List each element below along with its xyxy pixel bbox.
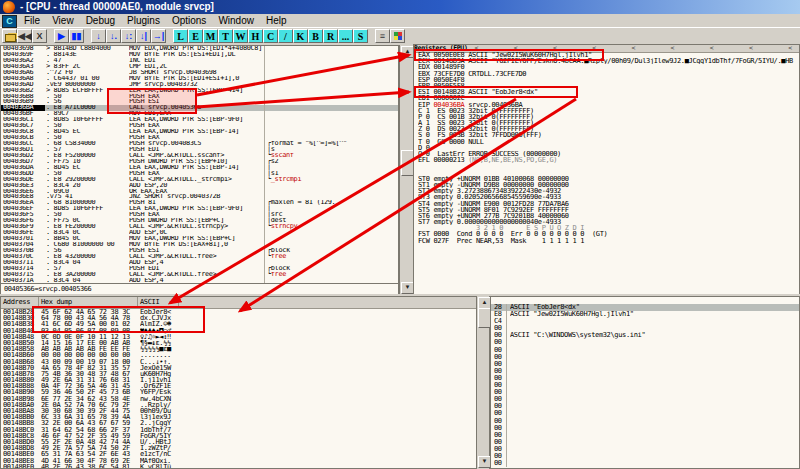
menu-view[interactable]: View	[46, 14, 80, 27]
hex-dump-pane[interactable]: Address Hex dump ASCII 00148B2845 6F 62 …	[0, 296, 477, 469]
animate-into-button[interactable]: ↓:	[121, 29, 136, 43]
stack-row[interactable]: 00	[491, 389, 799, 396]
view-windows-button[interactable]: W	[233, 29, 248, 43]
menu-file[interactable]: File	[18, 14, 46, 27]
view-executables-button[interactable]: E	[188, 29, 203, 43]
dump-column-headers: Address Hex dump ASCII	[1, 297, 476, 309]
toolbar-gap[interactable]	[84, 29, 91, 43]
cpu-window-icon[interactable]: C	[2, 15, 17, 28]
execute-till-return-button[interactable]: →|	[151, 29, 166, 43]
dump-row[interactable]: 00148BF04B 2E 76 43 38 6C 54 81K.vC8lTü	[1, 464, 476, 469]
menu-help[interactable]: Help	[260, 14, 293, 27]
pause-button[interactable]: ▮▮	[69, 29, 84, 43]
stack-row[interactable]: 00	[491, 446, 799, 453]
view-threads-button[interactable]: T	[218, 29, 233, 43]
registers-pane[interactable]: Registers (FPU) < < < < < < < < < EAX 00…	[413, 44, 800, 295]
stack-rows: 28ASCII "EobJer8<dx" E8ASCII "Jew02I5WuK…	[491, 304, 799, 467]
stack-row[interactable]: 28ASCII "EobJer8<dx"	[491, 304, 799, 311]
dump-header-address[interactable]: Address	[3, 297, 30, 307]
stack-row[interactable]: 00	[491, 460, 799, 467]
pane-header-marks: < < < < < < < < <	[475, 44, 792, 52]
toolbar: ◀◀X▶▮▮↓↓.↓:↓|→|LEMTWHC/KBR...S≡	[0, 28, 800, 45]
stack-row[interactable]: 00	[491, 432, 799, 439]
stack-row[interactable]: 00	[491, 418, 799, 425]
view-cpu-button[interactable]: C	[263, 29, 278, 43]
disassembly-pane[interactable]: 00403698 > 8B14BD C8804000 MOV EDX,DWORD…	[0, 45, 399, 284]
step-into-button[interactable]: ↓	[91, 29, 106, 43]
stack-row[interactable]: 00ASCII "C:\WINDOWS\system32\gus.ini"	[491, 332, 799, 339]
toolbar-gap[interactable]	[368, 29, 375, 43]
dump-rows: 00148B2845 6F 62 4A 65 72 38 3CEobJer8< …	[1, 309, 476, 469]
register-row[interactable]: ECX 00148B3A ASCII "Y62PIEY6FP/EsknO.4bC…	[418, 58, 799, 64]
stack-row[interactable]: 00	[491, 403, 799, 410]
stack-row[interactable]: 00	[491, 439, 799, 446]
view-log-button[interactable]: L	[173, 29, 188, 43]
menu-window[interactable]: Window	[212, 14, 260, 27]
menu-bar: C FileViewDebugPluginsOptionsWindowHelp	[0, 14, 800, 28]
ollydbg-icon	[3, 1, 15, 13]
view-run-trace-button[interactable]: ...	[338, 29, 353, 43]
stack-row[interactable]: 00	[491, 410, 799, 417]
stack-row[interactable]: E8ASCII "Jew02I5WuK60H7Hgl.jIlvh1"	[491, 311, 799, 318]
stack-row[interactable]: 00	[491, 339, 799, 346]
appearance-button[interactable]	[390, 29, 405, 43]
stack-row[interactable]: 00	[491, 425, 799, 432]
view-handles-button[interactable]: H	[248, 29, 263, 43]
disasm-scrollbar[interactable]: ▲ ▼	[399, 45, 413, 295]
register-row[interactable]: FCW 027F Prec NEAR,53 Mask 1 1 1 1 1 1	[418, 238, 799, 244]
ollydbg-window: { "window": { "title": "- [CPU - thread …	[0, 0, 800, 469]
stack-row[interactable]: 00	[491, 325, 799, 332]
menu-items: FileViewDebugPluginsOptionsWindowHelp	[18, 14, 293, 27]
restart-button[interactable]: ◀◀	[17, 29, 32, 43]
stack-row[interactable]: 00	[491, 453, 799, 460]
view-breakpoints-button[interactable]: B	[308, 29, 323, 43]
stack-row[interactable]: 00	[491, 347, 799, 354]
dump-header-hex[interactable]: Hex dump	[41, 297, 72, 307]
dump-header-ascii[interactable]: ASCII	[140, 297, 159, 307]
toolbar-gap[interactable]	[47, 29, 54, 43]
animate-over-button[interactable]: ↓|	[136, 29, 151, 43]
run-button[interactable]: ▶	[54, 29, 69, 43]
stack-row[interactable]: 00	[491, 361, 799, 368]
stack-row[interactable]: 00	[491, 368, 799, 375]
view-references-button[interactable]: R	[323, 29, 338, 43]
toolbar-gap[interactable]	[166, 29, 173, 43]
open-file-button[interactable]	[2, 29, 17, 43]
menu-options[interactable]: Options	[166, 14, 212, 27]
stack-row[interactable]: C4	[491, 318, 799, 325]
stack-row[interactable]: 00	[491, 354, 799, 361]
options-button[interactable]: ≡	[375, 29, 390, 43]
view-source-button[interactable]: S	[353, 29, 368, 43]
view-call-stack-button[interactable]: K	[293, 29, 308, 43]
menu-plugins[interactable]: Plugins	[121, 14, 166, 27]
stack-row[interactable]: 00	[491, 396, 799, 403]
stack-row[interactable]: 00	[491, 382, 799, 389]
close-button[interactable]: X	[32, 29, 47, 43]
menu-debug[interactable]: Debug	[80, 14, 121, 27]
dump-scrollbar[interactable]: ▲ ▼	[476, 296, 489, 469]
view-patches-button[interactable]: /	[278, 29, 293, 43]
title-bar[interactable]: - [CPU - thread 00000AE0, module srvcp]	[0, 0, 800, 14]
step-over-button[interactable]: ↓.	[106, 29, 121, 43]
view-memory-button[interactable]: M	[203, 29, 218, 43]
register-rows: EAX 0050E0E8 ASCII "Jew02I5WuK60H7Hgl.jI…	[418, 52, 799, 244]
window-title: - [CPU - thread 00000AE0, module srvcp]	[20, 0, 214, 14]
stack-pane[interactable]: 28ASCII "EobJer8<dx" E8ASCII "Jew02I5WuK…	[490, 296, 800, 469]
stack-row[interactable]: 00	[491, 375, 799, 382]
